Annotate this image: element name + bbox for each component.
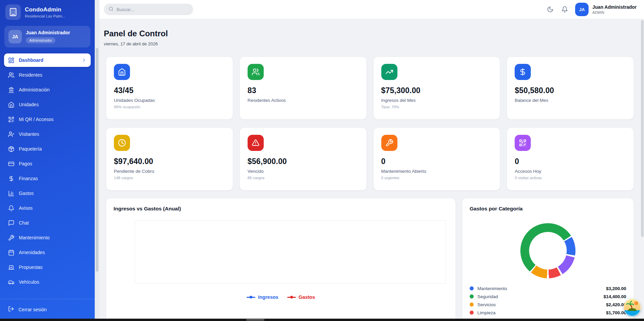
- legend-label: Ingresos: [258, 294, 278, 300]
- brand-name: CondoAdmin: [25, 6, 65, 13]
- legend-value: $14,400.00: [603, 294, 626, 299]
- building-icon: [5, 4, 21, 20]
- donut-legend-row-1[interactable]: Seguridad$14,400.00: [470, 292, 626, 300]
- dark-mode-toggle[interactable]: [546, 5, 554, 13]
- sidebar-nav: DashboardResidentesAdministraciónUnidade…: [0, 52, 95, 299]
- sidebar-item-mantenimiento[interactable]: Mantenimiento: [4, 231, 91, 244]
- line-chart-plot-area: [135, 220, 446, 284]
- legend-label: Gastos: [299, 294, 315, 300]
- horizontal-scrollbar[interactable]: [0, 319, 644, 321]
- donut-legend: Mantenimiento$3,200.00Seguridad$14,400.0…: [470, 284, 626, 317]
- sidebar-item-vehiculos[interactable]: Vehículos: [4, 275, 91, 289]
- sidebar-item-visitantes[interactable]: Visitantes: [4, 127, 91, 141]
- avatar: JA: [8, 30, 22, 43]
- sidebar-item-mi-qr-accesos[interactable]: Mi QR / Accesos: [4, 113, 91, 126]
- stat-card-7: 0Accesos Hoy0 visitas activas: [507, 127, 634, 191]
- donut-chart: [520, 223, 575, 278]
- sidebar-item-amenidades[interactable]: Amenidades: [4, 246, 91, 259]
- stats-grid: 43/45Unidades Ocupadas96% ocupación83Res…: [106, 56, 634, 191]
- sidebar-item-residentes[interactable]: Residentes: [4, 68, 91, 82]
- sidebar-item-chat[interactable]: Chat: [4, 216, 91, 230]
- sidebar-item-gastos[interactable]: Gastos: [4, 187, 91, 200]
- logout-button[interactable]: Cerrar sesión: [8, 306, 87, 313]
- chart-title: Gastos por Categoría: [470, 206, 626, 212]
- sidebar-scrollbar-track[interactable]: [95, 0, 99, 319]
- main-area: JA Juan Administrador ADMIN Panel de Con…: [99, 0, 644, 321]
- users-icon: [8, 72, 14, 78]
- stat-value: $97,640.00: [114, 157, 225, 166]
- stat-label: Accesos Hoy: [515, 169, 626, 174]
- legend-item-gastos[interactable]: Gastos: [287, 294, 315, 300]
- stat-value: 83: [248, 86, 359, 95]
- legend-dot-icon: [470, 303, 474, 307]
- main-scrollbar-thumb[interactable]: [641, 20, 644, 237]
- sidebar-item-paqueteria[interactable]: Paquetería: [4, 142, 91, 156]
- trending-up-icon: [381, 64, 397, 80]
- donut-legend-row-3[interactable]: Limpieza$1,700.00: [470, 309, 626, 317]
- legend-dot-icon: [470, 294, 474, 298]
- topbar-user-menu[interactable]: JA Juan Administrador ADMIN: [575, 3, 637, 16]
- brand: CondoAdmin Residencial Las Palm...: [0, 0, 95, 23]
- donut-legend-row-0[interactable]: Mantenimiento$3,200.00: [470, 284, 626, 292]
- sidebar-item-administracion[interactable]: Administración: [4, 83, 91, 96]
- car-icon: [8, 279, 14, 285]
- stat-sublabel: [248, 105, 359, 109]
- sidebar-item-label: Vehículos: [19, 279, 39, 285]
- line-chart-legend: IngresosGastos: [114, 294, 448, 300]
- stat-card-1: 83Residentes Activos: [240, 56, 367, 120]
- stat-label: Balance del Mes: [515, 98, 626, 103]
- sidebar-item-unidades[interactable]: Unidades: [4, 98, 91, 111]
- page-title: Panel de Control: [104, 29, 644, 38]
- sidebar-item-propuestas[interactable]: Propuestas: [4, 260, 91, 274]
- sidebar-item-label: Gastos: [19, 191, 34, 196]
- avatar: JA: [575, 3, 589, 16]
- landmark-icon: [8, 87, 14, 93]
- sidebar-item-avisos[interactable]: Avisos: [4, 201, 91, 215]
- stat-sublabel: 96% ocupación: [114, 105, 225, 109]
- donut-legend-row-2[interactable]: Servicios$2,420.00: [470, 300, 626, 309]
- vote-icon: [8, 264, 14, 271]
- legend-value: $3,200.00: [606, 286, 626, 291]
- expense-category-chart-card: Gastos por Categoría Mantenimiento$3,200…: [462, 198, 634, 321]
- legend-label: Limpieza: [477, 310, 496, 315]
- sidebar-item-pagos[interactable]: Pagos: [4, 157, 91, 170]
- legend-label: Servicios: [477, 302, 496, 307]
- stat-sublabel: 0 visitas activas: [515, 176, 626, 180]
- stat-value: 0: [381, 157, 492, 166]
- legend-dot-icon: [470, 311, 474, 315]
- search-box[interactable]: [104, 4, 193, 15]
- sidebar-item-finanzas[interactable]: Finanzas: [4, 172, 91, 185]
- sidebar-item-label: Dashboard: [19, 57, 43, 63]
- legend-item-ingresos[interactable]: Ingresos: [247, 294, 278, 300]
- sidebar-user-card[interactable]: JA Juan Administrador Administrador: [4, 26, 90, 47]
- legend-marker-icon: [247, 297, 255, 298]
- clock-icon: [114, 135, 130, 151]
- stat-label: Pendiente de Cobro: [114, 169, 225, 174]
- stat-value: $50,580.00: [515, 86, 626, 95]
- bar-chart-icon: [8, 190, 14, 197]
- bell-icon: [8, 205, 14, 211]
- legend-marker-icon: [287, 297, 296, 298]
- brand-subtitle: Residencial Las Palm...: [25, 14, 65, 18]
- stat-card-2: $75,300.00Ingresos del MesTasa: 79%: [373, 56, 501, 120]
- sidebar-item-label: Finanzas: [19, 176, 38, 181]
- home-icon: [8, 102, 14, 108]
- logout-label: Cerrar sesión: [18, 307, 47, 312]
- qr-icon: [8, 116, 14, 123]
- search-input[interactable]: [117, 7, 184, 12]
- sidebar-scrollbar-thumb[interactable]: [96, 48, 98, 272]
- stat-label: Ingresos del Mes: [381, 98, 492, 103]
- sidebar-item-label: Mantenimiento: [19, 235, 50, 240]
- user-check-icon: [8, 131, 14, 137]
- sidebar-footer: Cerrar sesión: [0, 299, 95, 321]
- legend-value: $2,420.00: [606, 302, 626, 307]
- users-icon: [248, 64, 264, 80]
- notifications-button[interactable]: [561, 5, 569, 13]
- home-icon: [114, 64, 130, 80]
- topbar-user-role: ADMIN: [592, 10, 637, 14]
- horizontal-scrollbar-thumb[interactable]: [246, 319, 264, 321]
- sidebar-item-dashboard[interactable]: Dashboard: [4, 53, 91, 67]
- stat-card-0: 43/45Unidades Ocupadas96% ocupación: [106, 56, 233, 120]
- alert-triangle-icon: [248, 135, 264, 151]
- sidebar-item-label: Amenidades: [19, 250, 45, 255]
